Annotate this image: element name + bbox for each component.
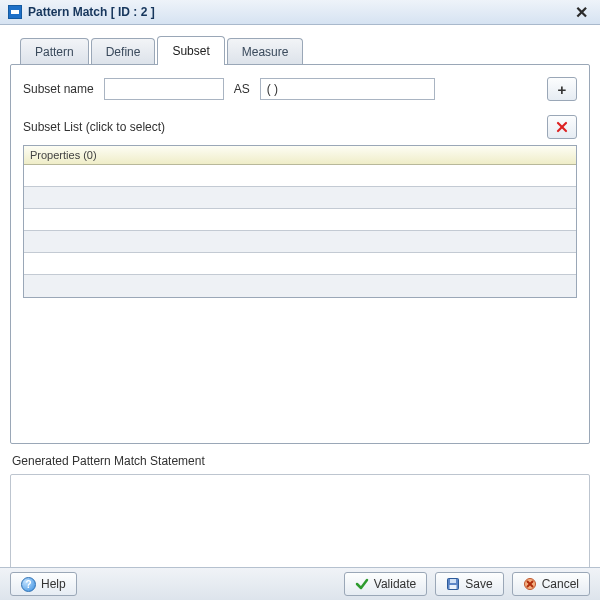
subset-list-header-row: Subset List (click to select) <box>23 115 577 139</box>
as-label: AS <box>234 82 250 96</box>
check-icon <box>355 577 369 591</box>
tab-pattern[interactable]: Pattern <box>20 38 89 65</box>
app-icon <box>8 5 22 19</box>
content-area: Pattern Define Subset Measure Subset nam… <box>0 25 600 567</box>
save-button[interactable]: Save <box>435 572 503 596</box>
close-icon[interactable]: ✕ <box>571 3 592 22</box>
subset-name-label: Subset name <box>23 82 94 96</box>
add-button[interactable]: + <box>547 77 577 101</box>
delete-button[interactable] <box>547 115 577 139</box>
svg-rect-4 <box>450 579 456 583</box>
title-bar: Pattern Match [ ID : 2 ] ✕ <box>0 0 600 25</box>
help-icon: ? <box>21 577 36 592</box>
table-row[interactable] <box>24 187 576 209</box>
window-title: Pattern Match [ ID : 2 ] <box>28 5 155 19</box>
help-label: Help <box>41 577 66 591</box>
cancel-label: Cancel <box>542 577 579 591</box>
footer-bar: ? Help Validate Save Cancel <box>0 567 600 600</box>
generated-statement-label: Generated Pattern Match Statement <box>10 454 590 468</box>
subset-list-label: Subset List (click to select) <box>23 120 165 134</box>
table-row[interactable] <box>24 275 576 297</box>
floppy-icon <box>446 577 460 591</box>
delete-x-icon <box>556 121 568 133</box>
table-row[interactable] <box>24 165 576 187</box>
save-label: Save <box>465 577 492 591</box>
tab-subset[interactable]: Subset <box>157 36 224 65</box>
subset-name-row: Subset name AS + <box>23 77 577 101</box>
table-row[interactable] <box>24 253 576 275</box>
properties-grid[interactable]: Properties (0) <box>23 145 577 298</box>
tab-measure[interactable]: Measure <box>227 38 304 65</box>
tab-panel: Subset name AS + Subset List (click to s… <box>10 64 590 444</box>
table-row[interactable] <box>24 209 576 231</box>
generated-statement-box <box>10 474 590 570</box>
properties-header: Properties (0) <box>24 146 576 165</box>
svg-rect-5 <box>450 585 457 589</box>
validate-label: Validate <box>374 577 416 591</box>
svg-rect-0 <box>11 10 19 14</box>
help-button[interactable]: ? Help <box>10 572 77 596</box>
subset-name-input[interactable] <box>104 78 224 100</box>
table-row[interactable] <box>24 231 576 253</box>
tab-bar: Pattern Define Subset Measure <box>20 35 590 64</box>
validate-button[interactable]: Validate <box>344 572 427 596</box>
cancel-icon <box>523 577 537 591</box>
as-input[interactable] <box>260 78 435 100</box>
tab-define[interactable]: Define <box>91 38 156 65</box>
cancel-button[interactable]: Cancel <box>512 572 590 596</box>
